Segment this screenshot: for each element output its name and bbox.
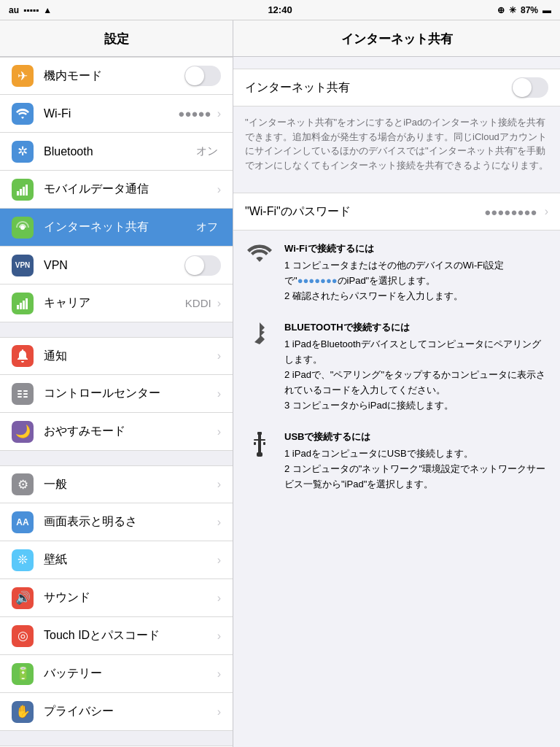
wifi-instruction-text: Wi-Fiで接続するには 1 コンピュータまたはその他のデバイスのWi-Fi設定… [284,242,548,303]
privacy-chevron: › [217,705,221,719]
usb-instruction-icon [245,430,274,457]
wallpaper-label: 壁紙 [44,552,214,568]
hotspot-description: "インターネット共有"をオンにするとiPadのインターネット接続を共有できます。… [233,107,560,181]
general-label: 一般 [44,477,214,492]
carrier-chevron: › [217,297,221,310]
hotspot-main-toggle[interactable] [512,77,548,98]
sidebar-item-carrier[interactable]: キャリア KDDI › [0,285,233,322]
sidebar-title: 設定 [0,20,233,57]
hotspot-value: オフ [196,220,218,234]
svg-rect-10 [18,393,22,395]
sidebar-item-sound[interactable]: 🔊 サウンド › [0,579,233,617]
cellular-icon [12,179,34,201]
usb-instruction: USBで接続するには 1 iPadをコンピュータにUSBで接続します。 2 コン… [245,430,548,492]
sound-icon: 🔊 [12,587,34,609]
bluetooth-icon: ✲ [12,141,34,163]
status-left: au ▪▪▪▪▪ ▲ [9,5,52,15]
svg-rect-1 [20,189,22,196]
bt-instruction-icon [245,321,274,344]
svg-rect-18 [254,442,256,445]
bluetooth-status-icon: ✳ [509,5,516,15]
wifi-password-row[interactable]: "Wi-Fi"のパスワード ●●●●●●●● › [233,193,560,231]
carrier-label: au [9,5,19,15]
sidebar-item-battery[interactable]: 🔋 バッテリー › [0,655,233,693]
sidebar-item-touchid[interactable]: ◎ Touch IDとパスコード › [0,617,233,655]
battery-icon: ▬ [542,5,551,15]
sidebar-item-donotdisturb[interactable]: 🌙 おやすみモード › [0,413,233,451]
sidebar-item-display[interactable]: AA 画面表示と明るさ › [0,503,233,541]
donotdisturb-label: おやすみモード [44,424,214,439]
location-icon: ⊕ [497,5,505,15]
sidebar-item-hotspot[interactable]: インターネット共有 オフ [0,209,233,247]
hotspot-toggle-label: インターネット共有 [245,80,512,96]
status-bar: au ▪▪▪▪▪ ▲ 12:40 ⊕ ✳ 87% ▬ [0,0,560,20]
settings-group-system: 通知 › コントロールセンター › 🌙 おやすみモード › [0,337,233,451]
carrier-value: KDDI [185,297,211,309]
wifi-instruction-step1: 1 コンピュータまたはその他のデバイスのWi-Fi設定で"●●●●●●●のiPa… [284,258,548,289]
touchid-icon: ◎ [12,625,34,647]
wifi-instruction-step2: 2 確認されたらパスワードを入力します。 [284,289,548,304]
vpn-label: VPN [44,259,184,272]
general-chevron: › [217,478,221,491]
wifi-instruction-title: Wi-Fiで接続するには [284,242,548,255]
touchid-chevron: › [217,630,221,643]
section-gap-1 [0,322,233,337]
vpn-toggle[interactable] [184,255,221,276]
display-icon: AA [12,511,34,533]
sidebar-item-privacy[interactable]: ✋ プライバシー › [0,693,233,731]
sidebar-item-control[interactable]: コントロールセンター › [0,375,233,413]
usb-instruction-step2: 2 コンピュータの"ネットワーク"環境設定でネットワークサービス一覧から"iPa… [284,462,548,492]
right-panel: インターネット共有 インターネット共有 "インターネット共有"をオンにするとiP… [233,20,560,747]
svg-rect-21 [257,452,262,457]
svg-rect-19 [263,442,265,445]
wifi-icon [12,103,34,125]
settings-group-preferences: ⚙ 一般 › AA 画面表示と明るさ › ❊ 壁紙 › 🔊 サウンド › [0,465,233,731]
vpn-icon: VPN [12,255,34,276]
wifi-chevron: › [217,107,221,120]
signal-icon: ▪▪▪▪▪ [23,5,39,15]
svg-rect-2 [23,187,25,196]
sidebar-item-vpn[interactable]: VPN VPN [0,247,233,285]
sidebar-item-bluetooth[interactable]: ✲ Bluetooth オン [0,133,233,171]
airplane-toggle[interactable] [184,66,221,86]
sidebar-item-wallpaper[interactable]: ❊ 壁紙 › [0,541,233,579]
svg-rect-7 [23,301,25,309]
sidebar-item-notification[interactable]: 通知 › [0,337,233,375]
control-chevron: › [217,387,221,400]
sound-chevron: › [217,592,221,605]
donotdisturb-icon: 🌙 [12,421,34,443]
status-right: ⊕ ✳ 87% ▬ [497,5,551,15]
instructions-section: Wi-Fiで接続するには 1 コンピュータまたはその他のデバイスのWi-Fi設定… [233,231,560,522]
carrier-item-label: キャリア [44,295,185,311]
svg-rect-20 [258,445,261,452]
display-chevron: › [217,516,221,529]
wifi-password-value: ●●●●●●●● [484,206,537,218]
svg-rect-11 [18,396,22,398]
battery-item-icon: 🔋 [12,663,34,685]
bt-instruction-step2: 2 iPadで、"ペアリング"をタップするかコンピュータに表示されているコードを… [284,368,548,398]
wifi-status-icon: ▲ [43,5,52,15]
main-layout: 設定 ✈ 機内モード Wi-Fi ●●●●● › ✲ Bluetooth [0,20,560,747]
svg-rect-12 [23,390,28,392]
battery-label: バッテリー [44,666,214,681]
sidebar-item-airplane[interactable]: ✈ 機内モード [0,57,233,95]
bt-instruction-step1: 1 iPadをBluetoothデバイスとしてコンピュータにペアリングします。 [284,337,548,368]
bt-instruction-text: BLUETOOTHで接続するには 1 iPadをBluetoothデバイスとして… [284,321,548,413]
right-content: インターネット共有 "インターネット共有"をオンにするとiPadのインターネット… [233,69,560,522]
general-icon: ⚙ [12,473,34,495]
sidebar-item-wifi[interactable]: Wi-Fi ●●●●● › [0,95,233,133]
bt-instruction-title: BLUETOOTHで接続するには [284,321,548,334]
carrier-icon [12,293,34,314]
status-time: 12:40 [268,4,292,15]
control-icon [12,383,34,405]
touchid-label: Touch IDとパスコード [44,628,214,643]
sidebar-item-general[interactable]: ⚙ 一般 › [0,465,233,503]
hotspot-toggle-row: インターネット共有 [233,69,560,107]
control-label: コントロールセンター [44,386,214,401]
svg-rect-3 [26,185,28,196]
svg-rect-0 [17,191,19,196]
battery-chevron: › [217,667,221,681]
svg-rect-15 [257,432,262,435]
sidebar-item-cellular[interactable]: モバイルデータ通信 › [0,171,233,209]
privacy-label: プライバシー [44,704,214,719]
